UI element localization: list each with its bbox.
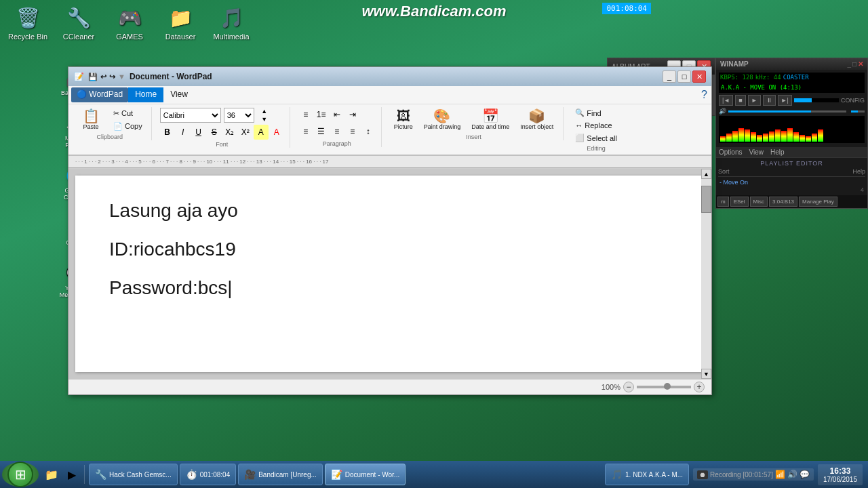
menu-item-home[interactable]: Home <box>128 87 163 102</box>
quick-icon-folder[interactable]: 📁 <box>42 465 61 484</box>
zoom-in-btn[interactable]: + <box>694 382 705 392</box>
winamp-menu-options[interactable]: Options <box>719 148 742 156</box>
ribbon-copy-btn[interactable]: 📄 Copy <box>110 121 146 132</box>
underline-btn[interactable]: U <box>191 125 206 140</box>
quick-icon-media[interactable]: ▶ <box>62 465 81 484</box>
paragraph-label: Paragraph <box>298 140 376 147</box>
highlight-btn[interactable]: A <box>254 125 269 140</box>
clock-area[interactable]: 16:33 17/06/2015 <box>818 464 863 485</box>
taskbar-item-document[interactable]: 📝 Document - Wor... <box>325 464 406 485</box>
replace-btn[interactable]: ↔ Replace <box>572 120 615 131</box>
wordpad-maximize[interactable]: □ <box>677 70 691 83</box>
line-spacing-btn[interactable]: ↕ <box>361 124 376 139</box>
scroll-up-btn[interactable]: ▲ <box>701 169 711 179</box>
subscript-btn[interactable]: X₂ <box>222 125 237 140</box>
quick-redo[interactable]: ↪ <box>109 73 115 81</box>
taskbar-item-bandicam[interactable]: 🎥 Bandicam [Unreg... <box>238 464 323 485</box>
quick-save[interactable]: 💾 <box>88 73 98 81</box>
ribbon-group-editing: 🔍 Find ↔ Replace ⬜ Select all Editing <box>572 107 626 152</box>
wordpad-close[interactable]: ✕ <box>692 70 706 83</box>
insert-paint-btn[interactable]: 🎨 Paint drawing <box>420 107 465 132</box>
insert-date-btn[interactable]: 📅 Date and time <box>467 107 513 132</box>
menu-item-wordpad[interactable]: 🔵 WordPad <box>71 87 128 102</box>
document-content[interactable]: Lasung aja ayo ID:riocahbcs19 Password:b… <box>109 196 671 303</box>
document-page[interactable]: Lasung aja ayo ID:riocahbcs19 Password:b… <box>75 176 705 372</box>
winamp-progress[interactable] <box>794 98 839 102</box>
insert-object-btn[interactable]: 📦 Insert object <box>516 107 557 132</box>
winamp-pause[interactable]: ⏸ <box>763 95 776 106</box>
zoom-out-btn[interactable]: − <box>623 382 634 392</box>
doc-scrollbar[interactable]: ▲ ▼ <box>701 169 711 379</box>
menu-item-view[interactable]: View <box>163 87 195 102</box>
insert-picture-btn[interactable]: 🖼 Picture <box>390 107 417 132</box>
indent-decrease-btn[interactable]: ⇤ <box>330 107 344 122</box>
select-all-btn[interactable]: ⬜ Select all <box>572 132 620 144</box>
winamp-minimize[interactable]: _ <box>847 60 851 68</box>
ribbon-help[interactable]: ? <box>700 87 709 102</box>
winamp-btn-esel[interactable]: ESel <box>730 197 749 207</box>
ribbon-paste-btn[interactable]: 📋 Paste <box>74 107 108 132</box>
winamp-stop[interactable]: ■ <box>735 95 745 106</box>
align-right-btn[interactable]: ≡ <box>330 124 344 139</box>
align-center-btn[interactable]: ☰ <box>314 124 329 139</box>
zoom-slider[interactable] <box>637 386 691 388</box>
desktop-icon-ccleaner[interactable]: 🔧 CCleaner <box>55 4 102 41</box>
font-family-select[interactable]: Calibri <box>160 108 221 123</box>
taskbar-item-ndx[interactable]: 🎵 1. NDX A.K.A - M... <box>605 464 689 485</box>
scroll-down-btn[interactable]: ▼ <box>701 369 711 379</box>
multimedia-label: Multimedia <box>213 33 249 41</box>
playlist-sort[interactable]: Sort <box>718 168 730 175</box>
align-justify-btn[interactable]: ≡ <box>345 124 360 139</box>
playlist-help[interactable]: Help <box>852 168 865 175</box>
superscript-btn[interactable]: X² <box>238 125 253 140</box>
copy-icon: 📄 <box>113 122 123 131</box>
eq-bar-17 <box>818 129 823 142</box>
font-size-up[interactable]: ▲ <box>257 107 272 115</box>
playlist-item-1[interactable]: - Move On <box>718 178 865 186</box>
size-arrows: ▲ ▼ <box>257 107 272 123</box>
winamp-menu-help[interactable]: Help <box>770 148 785 156</box>
scroll-thumb[interactable] <box>701 186 711 213</box>
winamp-close[interactable]: ✕ <box>858 60 863 68</box>
action-center-icon[interactable]: 💬 <box>800 470 810 479</box>
ccleaner-icon: 🔧 <box>65 4 92 31</box>
winamp-btn-m[interactable]: m <box>717 197 729 207</box>
winamp-menu-view[interactable]: View <box>749 148 764 156</box>
unordered-list-btn[interactable]: ≡ <box>298 107 313 122</box>
bold-btn[interactable]: B <box>160 125 175 140</box>
find-btn[interactable]: 🔍 Find <box>572 107 604 119</box>
hack-cash-icon: 🔧 <box>95 469 106 480</box>
eq-bar-10 <box>775 129 781 142</box>
align-left-btn[interactable]: ≡ <box>298 124 313 139</box>
winamp-next[interactable]: ►| <box>778 95 792 106</box>
desktop-icon-recycle-bin[interactable]: 🗑️ Recycle Bin <box>4 4 52 41</box>
italic-btn[interactable]: I <box>176 125 191 140</box>
color-btn[interactable]: A <box>269 125 284 140</box>
font-size-down[interactable]: ▼ <box>257 115 272 123</box>
winamp-btn-manage[interactable]: Manage Play <box>799 197 837 207</box>
indent-increase-btn[interactable]: ⇥ <box>345 107 360 122</box>
ribbon-cut-btn[interactable]: ✂ Cut <box>110 108 146 119</box>
ordered-list-btn[interactable]: 1≡ <box>314 107 329 122</box>
zoom-value: 100% <box>601 383 620 391</box>
wordpad-minimize[interactable]: _ <box>663 70 676 83</box>
eq-bar-8 <box>763 134 768 142</box>
winamp-play[interactable]: ► <box>748 95 761 106</box>
winamp-btn-misc[interactable]: Misc <box>750 197 768 207</box>
desktop-icon-datauser[interactable]: 📁 Datauser <box>157 4 204 41</box>
quick-dropdown[interactable]: ▼ <box>118 73 125 81</box>
quick-undo[interactable]: ↩ <box>100 73 106 81</box>
desktop-icon-games[interactable]: 🎮 GAMES <box>106 4 153 41</box>
taskbar-item-timer[interactable]: ⏱️ 001:08:04 <box>180 464 237 485</box>
font-size-select[interactable]: 36 <box>224 108 254 123</box>
desktop-icon-multimedia[interactable]: 🎵 Multimedia <box>208 4 255 41</box>
winamp-prev[interactable]: |◄ <box>719 95 733 106</box>
taskbar-item-hack-cash[interactable]: 🔧 Hack Cash Gemsc... <box>89 464 178 485</box>
games-label: GAMES <box>116 33 143 41</box>
winamp-btn-time[interactable]: 3:04:B13 <box>769 197 797 207</box>
strikethrough-btn[interactable]: S <box>207 125 222 140</box>
winamp-shade[interactable]: □ <box>852 60 856 68</box>
winamp-config[interactable]: CONFIG <box>841 97 865 104</box>
start-button[interactable]: ⊞ <box>2 462 39 487</box>
speaker-icon[interactable]: 🔊 <box>787 470 797 479</box>
